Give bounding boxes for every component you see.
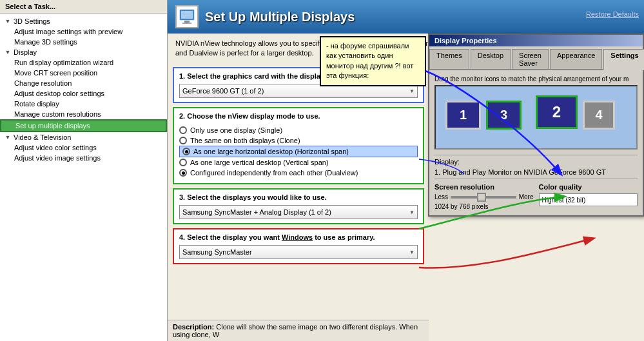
divider-1 [434,155,638,155]
monitor-area: 1 3 2 4 [434,85,638,150]
radio-clone[interactable]: The same on both displays (Clone) [179,135,418,146]
group-video-label: Video & Television [14,133,72,141]
page-title: Set Up Multiple Displays [205,10,355,24]
monitor-3-label: 3 [500,108,507,122]
radio-group-display-mode: Only use one display (Single) The same o… [179,124,418,179]
section-3-title: 3. Select the displays you would like to… [179,193,418,201]
sidebar-item-setup-multi[interactable]: Set up multiple displays [0,119,167,132]
monitor-4[interactable]: 4 [583,101,615,130]
sidebar-item-move-crt[interactable]: Move CRT screen position [0,68,167,78]
sidebar-item-manage-custom[interactable]: Manage custom resolutions [0,109,167,119]
sidebar-item-manage-3d[interactable]: Manage 3D settings [0,37,167,47]
monitor-2-label: 2 [552,103,561,121]
left-panel: Select a Task... ▼ 3D Settings Adjust im… [0,0,168,341]
bottom-description: Description: Clone will show the same im… [168,320,429,341]
expand-icon-3d: ▼ [4,17,12,25]
display-props-tabs: Themes Desktop Screen Saver Appearance S… [429,46,643,70]
monitor-1[interactable]: 1 [445,101,481,130]
section-4: 4. Select the display you want Windows t… [173,228,424,264]
tab-screensaver[interactable]: Screen Saver [512,49,549,69]
dropdown-arrow-1: ▼ [409,88,415,94]
restore-defaults-button[interactable]: Restore Defaults [586,10,639,18]
tree-section: ▼ 3D Settings Adjust image settings with… [0,14,167,166]
resolution-label: Screen resolution [434,183,534,191]
sidebar-item-video-color[interactable]: Adjust video color settings [0,142,167,153]
dropdown-arrow-4: ▼ [409,249,415,255]
settings-columns: Screen resolution Less More 1024 by 768 … [434,183,638,210]
radio-circle-vspan [179,159,187,166]
expand-icon-video: ▼ [4,133,12,141]
section-3-dropdown[interactable]: Samsung SyncMaster + Analog Display (1 o… [179,205,418,219]
radio-vspan[interactable]: As one large vertical desktop (Vertical … [179,157,418,168]
dropdown-arrow-3: ▼ [409,209,415,215]
monitor-4-label: 4 [595,108,602,122]
group-video[interactable]: ▼ Video & Television [0,132,167,142]
radio-dualview-label: Configured independently from each other… [190,169,358,177]
less-label: Less [434,193,448,200]
tab-appearance[interactable]: Appearance [550,49,602,69]
section-4-dropdown-value: Samsung SyncMaster [182,248,252,256]
radio-hspan[interactable]: As one large horizontal desktop (Horizon… [179,146,418,157]
radio-circle-single [179,126,187,134]
description-label: Description: [173,323,214,331]
resolution-slider-thumb[interactable] [477,193,486,202]
sidebar-item-rotate[interactable]: Rotate display [0,99,167,109]
display-label: Display: [434,158,638,166]
radio-hspan-label: As one large horizontal desktop (Horizon… [193,148,349,155]
color-quality-col: Color quality Highest (32 bit) [539,183,638,210]
section-4-title: 4. Select the display you want Windows t… [179,233,418,241]
section-3: 3. Select the displays you would like to… [173,188,424,224]
tab-themes[interactable]: Themes [429,49,469,69]
radio-clone-label: The same on both displays (Clone) [190,137,300,144]
group-3d-settings[interactable]: ▼ 3D Settings [0,16,167,26]
group-display-label: Display [14,48,37,56]
sidebar-item-video-image[interactable]: Adjust video image settings [0,153,167,163]
color-quality-value: Highest (32 bit) [542,197,586,204]
display-props-title: Display Properties [429,35,643,46]
radio-single[interactable]: Only use one display (Single) [179,125,418,135]
monitor-3[interactable]: 3 [486,101,522,130]
sidebar-item-adjust-color[interactable]: Adjust desktop color settings [0,88,167,99]
res-value: 1024 by 768 pixels [434,203,534,210]
display-label-text: Display: [434,158,460,166]
header-icon [175,5,199,28]
main-header: Set Up Multiple Displays Restore Default… [168,0,644,34]
resolution-slider-row: Less More [434,193,534,200]
group-display[interactable]: ▼ Display [0,47,167,57]
sidebar-item-adjust-3d[interactable]: Adjust image settings with preview [0,26,167,37]
section-2: 2. Choose the nView display mode to use.… [173,107,424,184]
callout-bubble: - на форуме спрашивали как установить од… [320,36,426,86]
radio-circle-hspan [182,148,190,155]
radio-circle-clone [179,137,187,144]
tab-settings[interactable]: Settings [603,49,644,70]
radio-single-label: Only use one display (Single) [190,126,282,134]
section-4-dropdown[interactable]: Samsung SyncMaster ▼ [179,245,418,259]
radio-circle-dualview [179,169,187,177]
drag-instruction: Drag the monitor icons to match the phys… [434,75,638,83]
radio-vspan-label: As one large vertical desktop (Vertical … [190,159,329,166]
monitor-1-label: 1 [460,108,467,122]
svg-rect-1 [181,11,193,19]
display-props-content: Drag the monitor icons to match the phys… [429,70,643,215]
resolution-slider-track[interactable] [451,196,516,199]
more-label: More [519,193,534,200]
radio-dualview[interactable]: Configured independently from each other… [179,168,418,178]
display-properties-dialog: Display Properties Themes Desktop Screen… [428,34,644,217]
display-value: 1. Plug and Play Monitor on NVIDIA GeFor… [434,168,638,176]
group-3d-label: 3D Settings [14,17,50,25]
panel-title: Select a Task... [0,0,167,14]
sidebar-item-run-wizard[interactable]: Run display optimization wizard [0,57,167,68]
tab-desktop[interactable]: Desktop [471,49,511,69]
divider-2 [434,179,638,179]
color-quality-dropdown[interactable]: Highest (32 bit) [539,193,638,206]
resolution-col: Screen resolution Less More 1024 by 768 … [434,183,534,210]
expand-icon-display: ▼ [4,48,12,56]
monitor-2[interactable]: 2 [536,95,578,129]
main-content: Set Up Multiple Displays Restore Default… [168,0,644,341]
sidebar-item-change-res[interactable]: Change resolution [0,78,167,88]
section-2-title: 2. Choose the nView display mode to use. [179,112,418,120]
svg-rect-3 [182,23,191,24]
color-quality-label: Color quality [539,183,638,191]
section-1-dropdown-value: GeForce 9600 GT (1 of 2) [182,87,264,95]
callout-text: - на форуме спрашивали как установить од… [326,42,413,79]
